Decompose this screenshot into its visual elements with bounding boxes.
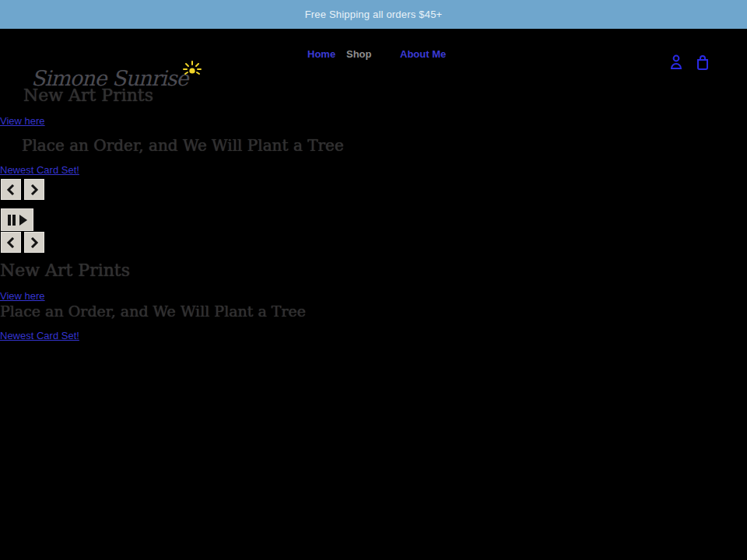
- slide1-view-here-link[interactable]: View here: [0, 115, 45, 127]
- slide2-view-here-link[interactable]: View here: [0, 290, 45, 302]
- carousel-prev-button[interactable]: [1, 179, 21, 200]
- slide1-subtitle: Place an Order, and We Will Plant a Tree: [22, 137, 344, 154]
- page: Free Shipping all orders $45+ Simone Sun…: [0, 0, 747, 560]
- carousel-next-button-2[interactable]: [24, 232, 44, 253]
- carousel-next-button[interactable]: [24, 179, 44, 200]
- account-icon[interactable]: [669, 54, 683, 74]
- nav-about-me[interactable]: About Me: [400, 48, 446, 60]
- slide1-newest-card-set-link[interactable]: Newest Card Set!: [0, 164, 79, 176]
- nav-home[interactable]: Home: [307, 48, 335, 60]
- chevron-right-icon: [30, 237, 39, 248]
- sun-icon: [182, 59, 202, 82]
- announcement-text: Free Shipping all orders $45+: [305, 9, 443, 20]
- pause-icon: [7, 214, 16, 226]
- slide2-title: New Art Prints: [0, 261, 130, 280]
- announcement-bar: Free Shipping all orders $45+: [0, 0, 747, 29]
- header: Simone Sunrise Home: [0, 29, 747, 79]
- slide1-title: New Art Prints: [23, 86, 153, 105]
- slide2-subtitle: Place an Order, and We Will Plant a Tree: [0, 303, 306, 320]
- nav-shop[interactable]: Shop: [346, 48, 372, 60]
- chevron-right-icon: [30, 184, 39, 195]
- cart-icon[interactable]: [696, 54, 710, 74]
- play-icon: [19, 214, 28, 226]
- chevron-left-icon: [6, 237, 16, 248]
- carousel-prev-button-2[interactable]: [1, 232, 21, 253]
- slide2-newest-card-set-link[interactable]: Newest Card Set!: [0, 330, 79, 341]
- carousel-pause-play-button[interactable]: [1, 208, 33, 231]
- chevron-left-icon: [6, 184, 16, 195]
